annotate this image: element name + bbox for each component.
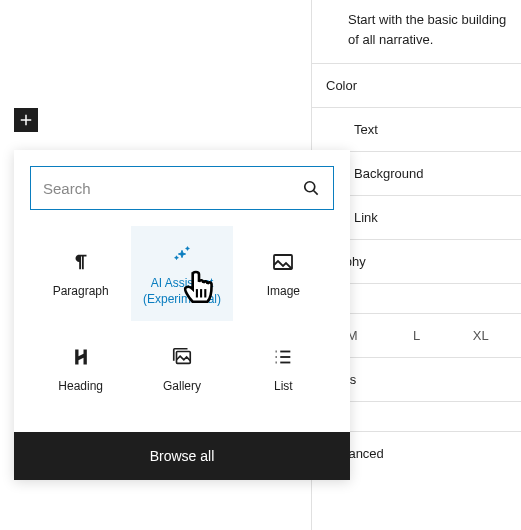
heading-icon [71, 343, 91, 371]
search-box[interactable] [30, 166, 334, 210]
block-label: AI Assistant (Experimental) [135, 276, 228, 307]
paragraph-icon [70, 248, 92, 276]
block-list[interactable]: List [233, 321, 334, 416]
block-label: List [274, 379, 293, 395]
block-label: Gallery [163, 379, 201, 395]
browse-all-button[interactable]: Browse all [14, 432, 350, 480]
block-paragraph[interactable]: Paragraph [30, 226, 131, 321]
block-description: Start with the basic building of all nar… [312, 0, 521, 64]
block-ai-assistant[interactable]: AI Assistant (Experimental) [131, 226, 232, 321]
list-icon [272, 343, 294, 371]
size-l[interactable]: L [384, 328, 448, 343]
block-inserter-panel: Paragraph AI Assistant (Experimental) Im… [14, 150, 350, 480]
plus-icon [17, 111, 35, 129]
svg-line-1 [314, 191, 318, 195]
search-icon [301, 178, 321, 198]
block-gallery[interactable]: Gallery [131, 321, 232, 416]
svg-point-0 [305, 182, 315, 192]
block-label: Heading [58, 379, 103, 395]
add-block-button[interactable] [14, 108, 38, 132]
block-label: Paragraph [53, 284, 109, 300]
sparkle-icon [171, 240, 193, 268]
block-heading[interactable]: Heading [30, 321, 131, 416]
color-text-row[interactable]: Text [312, 108, 521, 152]
gallery-icon [171, 343, 193, 371]
block-label: Image [267, 284, 300, 300]
color-section-header[interactable]: Color [312, 64, 521, 108]
search-input[interactable] [43, 180, 301, 197]
block-image[interactable]: Image [233, 226, 334, 321]
image-icon [271, 248, 295, 276]
size-xl[interactable]: XL [449, 328, 513, 343]
